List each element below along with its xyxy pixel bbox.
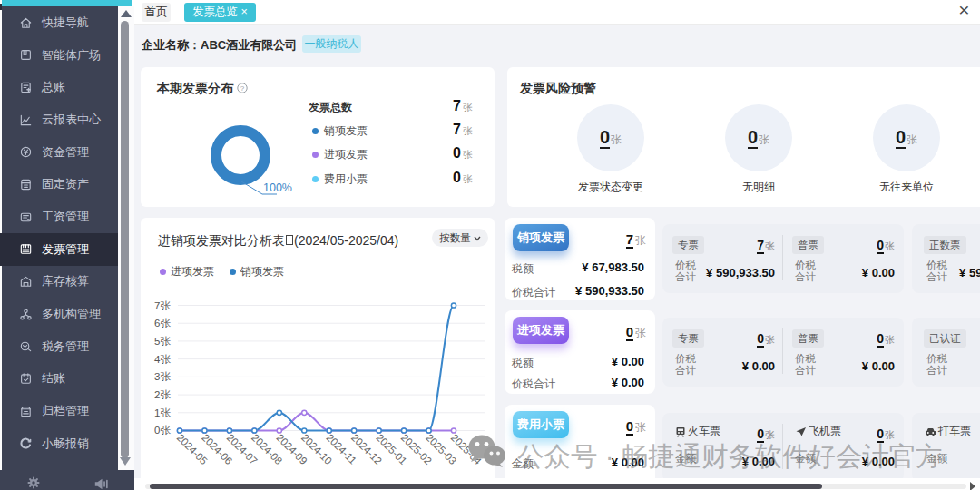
svg-text:3张: 3张 xyxy=(154,371,171,382)
svg-text:100%: 100% xyxy=(263,181,292,194)
svg-text:6张: 6张 xyxy=(154,318,171,328)
svg-text:2张: 2张 xyxy=(154,389,171,400)
svg-text:?: ? xyxy=(240,84,245,93)
svg-text:4张: 4张 xyxy=(154,354,171,365)
svg-text:5张: 5张 xyxy=(154,336,171,347)
svg-text:1张: 1张 xyxy=(154,407,171,418)
svg-text:7张: 7张 xyxy=(154,300,171,311)
svg-text:0张: 0张 xyxy=(154,425,171,436)
